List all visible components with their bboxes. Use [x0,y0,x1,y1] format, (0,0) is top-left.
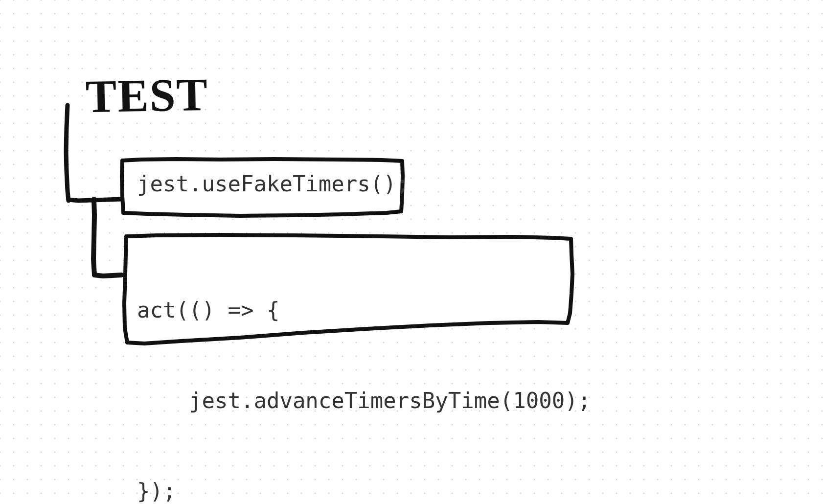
code-snippet-1: jest.useFakeTimers(); [137,171,409,196]
code-snippet-2: act(() => { jest.advanceTimersByTime(100… [137,235,591,504]
code-line: }); [137,476,591,504]
code-line: jest.advanceTimersByTime(1000); [137,386,591,416]
diagram-title: TEST [85,68,209,123]
code-line: act(() => { [137,295,591,325]
